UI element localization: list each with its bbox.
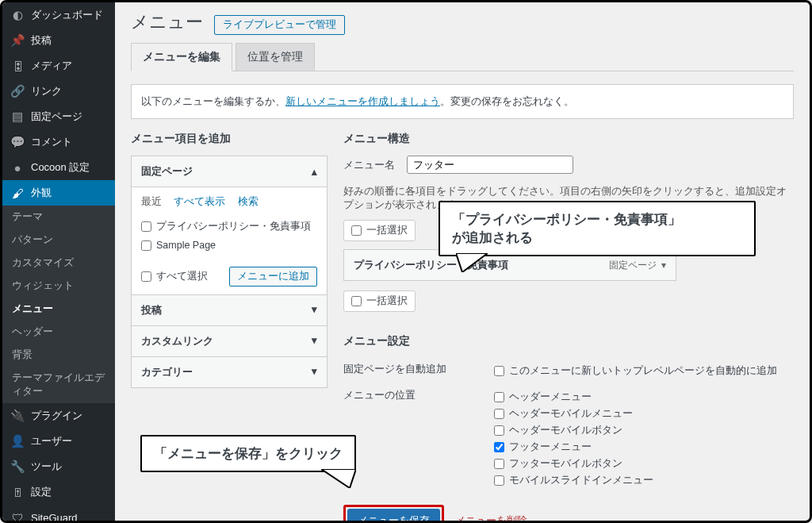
subtab-all[interactable]: すべて表示 xyxy=(174,196,225,207)
callout-added: 「プライバシーポリシー・免責事項」 が追加される xyxy=(439,201,756,256)
live-preview-button[interactable]: ライブプレビューで管理 xyxy=(214,15,345,35)
admin-sidebar: ◐ダッシュボード 📌投稿 🎛メディア 🔗リンク ▤固定ページ 💬コメント ●Co… xyxy=(2,2,115,521)
caret-down-icon: ▾ xyxy=(312,303,317,317)
sidebar-sub-customize[interactable]: カスタマイズ xyxy=(2,252,115,275)
accordion-posts[interactable]: 投稿▾ xyxy=(132,294,327,325)
sidebar-item-cocoon[interactable]: ●Cocoon 設定 xyxy=(2,155,115,180)
sidebar-item-media[interactable]: 🎛メディア xyxy=(2,53,115,79)
caret-down-icon: ▾ xyxy=(312,334,317,348)
accordion-categories[interactable]: カテゴリー▾ xyxy=(132,356,327,387)
save-menu-button[interactable]: メニューを保存 xyxy=(347,509,440,521)
sidebar-item-tools[interactable]: 🔧ツール xyxy=(2,454,115,479)
sidebar-sub-header[interactable]: ヘッダー xyxy=(2,321,115,344)
subtab-search[interactable]: 検索 xyxy=(238,196,259,207)
loc-header-mobile[interactable]: ヘッダーモバイルメニュー xyxy=(494,406,794,422)
caret-down-icon: ▾ xyxy=(312,365,317,379)
sliders-icon: 🎚 xyxy=(10,485,25,499)
accordion-pages-head[interactable]: 固定ページ▴ xyxy=(132,156,327,187)
accordion-custom-links[interactable]: カスタムリンク▾ xyxy=(132,325,327,356)
loc-header-mobile-checkbox[interactable] xyxy=(494,409,504,419)
sidebar-item-appearance[interactable]: 🖌外観 xyxy=(2,180,115,206)
bulk-select-bottom[interactable]: 一括選択 xyxy=(343,290,416,312)
loc-header-mobile-btn-checkbox[interactable] xyxy=(494,425,504,436)
menu-name-label: メニュー名 xyxy=(343,158,399,172)
shield-icon: 🛡 xyxy=(10,510,25,523)
sidebar-item-dashboard[interactable]: ◐ダッシュボード xyxy=(2,2,115,28)
plugin-icon: 🔌 xyxy=(10,409,25,423)
circle-icon: ● xyxy=(10,160,25,175)
page-item-sample-checkbox[interactable] xyxy=(141,240,151,251)
loc-header-mobile-btn[interactable]: ヘッダーモバイルボタン xyxy=(494,422,794,439)
sidebar-sub-editor[interactable]: テーマファイルエディター xyxy=(2,367,115,403)
callout-tail-icon xyxy=(321,469,356,488)
loc-header-checkbox[interactable] xyxy=(494,392,504,402)
sidebar-sub-themes[interactable]: テーマ xyxy=(2,206,115,229)
save-highlight: メニューを保存 xyxy=(343,505,444,521)
tab-manage-locations[interactable]: 位置を管理 xyxy=(236,43,315,71)
info-notice: 以下のメニューを編集するか、新しいメニューを作成しましょう。変更の保存をお忘れな… xyxy=(131,84,794,119)
loc-slidein[interactable]: モバイルスライドインメニュー xyxy=(494,472,794,489)
link-icon: 🔗 xyxy=(10,84,25,98)
sidebar-item-comments[interactable]: 💬コメント xyxy=(2,129,115,155)
caret-down-icon: ▾ xyxy=(661,260,666,271)
subtab-recent[interactable]: 最近 xyxy=(141,196,162,207)
sidebar-item-users[interactable]: 👤ユーザー xyxy=(2,429,115,454)
brush-icon: 🖌 xyxy=(10,186,25,200)
page-icon: ▤ xyxy=(10,110,25,124)
caret-up-icon: ▴ xyxy=(312,166,317,178)
bulk-select-top-checkbox[interactable] xyxy=(351,225,362,236)
loc-footer-mobile-btn-checkbox[interactable] xyxy=(494,459,504,469)
sidebar-item-plugins[interactable]: 🔌プラグイン xyxy=(2,403,115,429)
pages-subtabs: 最近 すべて表示 検索 xyxy=(141,195,317,209)
comment-icon: 💬 xyxy=(10,135,25,149)
select-all-checkbox[interactable] xyxy=(141,271,151,282)
page-item-privacy-checkbox[interactable] xyxy=(141,221,151,232)
dashboard-icon: ◐ xyxy=(10,8,25,22)
auto-add-option[interactable]: このメニューに新しいトップレベルページを自動的に追加 xyxy=(494,363,794,379)
menu-structure-heading: メニュー構造 xyxy=(343,132,794,146)
svg-marker-0 xyxy=(456,253,488,272)
sidebar-item-settings[interactable]: 🎚設定 xyxy=(2,479,115,505)
callout-save: 「メニューを保存」をクリック xyxy=(140,435,356,472)
user-icon: 👤 xyxy=(10,434,25,448)
menu-item-type: 固定ページ ▾ xyxy=(609,259,666,272)
pin-icon: 📌 xyxy=(10,33,25,48)
tab-edit-menus[interactable]: メニューを編集 xyxy=(131,43,232,71)
wrench-icon: 🔧 xyxy=(10,460,25,474)
loc-slidein-checkbox[interactable] xyxy=(494,475,504,486)
loc-header[interactable]: ヘッダーメニュー xyxy=(494,389,794,406)
sidebar-sub-patterns[interactable]: パターン xyxy=(2,229,115,252)
loc-footer-checkbox[interactable] xyxy=(494,442,504,452)
loc-footer-mobile-btn[interactable]: フッターモバイルボタン xyxy=(494,456,794,472)
bulk-select-bottom-checkbox[interactable] xyxy=(351,296,362,306)
svg-marker-2 xyxy=(321,469,356,488)
menu-settings-heading: メニュー設定 xyxy=(343,334,794,348)
callout-tail-icon xyxy=(456,253,488,272)
add-items-heading: メニュー項目を追加 xyxy=(131,132,327,146)
loc-footer[interactable]: フッターメニュー xyxy=(494,439,794,456)
sidebar-item-pages[interactable]: ▤固定ページ xyxy=(2,104,115,129)
add-to-menu-button[interactable]: メニューに追加 xyxy=(229,267,317,286)
media-icon: 🎛 xyxy=(10,59,25,73)
create-new-menu-link[interactable]: 新しいメニューを作成しましょう xyxy=(285,95,440,107)
bulk-select-top[interactable]: 一括選択 xyxy=(343,220,416,241)
sidebar-item-posts[interactable]: 📌投稿 xyxy=(2,28,115,53)
page-item-sample[interactable]: Sample Page xyxy=(141,237,317,254)
sidebar-sub-menus[interactable]: メニュー xyxy=(2,298,115,321)
sidebar-item-links[interactable]: 🔗リンク xyxy=(2,79,115,104)
menu-name-input[interactable] xyxy=(407,156,573,174)
sidebar-item-siteguard[interactable]: 🛡SiteGuard xyxy=(2,505,115,523)
page-title: メニュー xyxy=(131,10,203,34)
auto-add-checkbox[interactable] xyxy=(494,366,504,376)
sidebar-sub-widgets[interactable]: ウィジェット xyxy=(2,275,115,298)
nav-tabs: メニューを編集 位置を管理 xyxy=(131,43,794,71)
sidebar-submenu: テーマ パターン カスタマイズ ウィジェット メニュー ヘッダー 背景 テーマフ… xyxy=(2,206,115,403)
select-all-pages[interactable]: すべて選択 xyxy=(141,267,208,286)
auto-add-label: 固定ページを自動追加 xyxy=(343,363,478,379)
delete-menu-link[interactable]: メニューを削除 xyxy=(455,514,527,521)
page-item-privacy[interactable]: プライバシーポリシー・免責事項 xyxy=(141,217,317,237)
accordion-pages: 固定ページ▴ 最近 すべて表示 検索 プライバシーポリシー・免責事項 Sampl… xyxy=(131,156,327,388)
sidebar-sub-background[interactable]: 背景 xyxy=(2,344,115,367)
location-label: メニューの位置 xyxy=(343,389,478,489)
